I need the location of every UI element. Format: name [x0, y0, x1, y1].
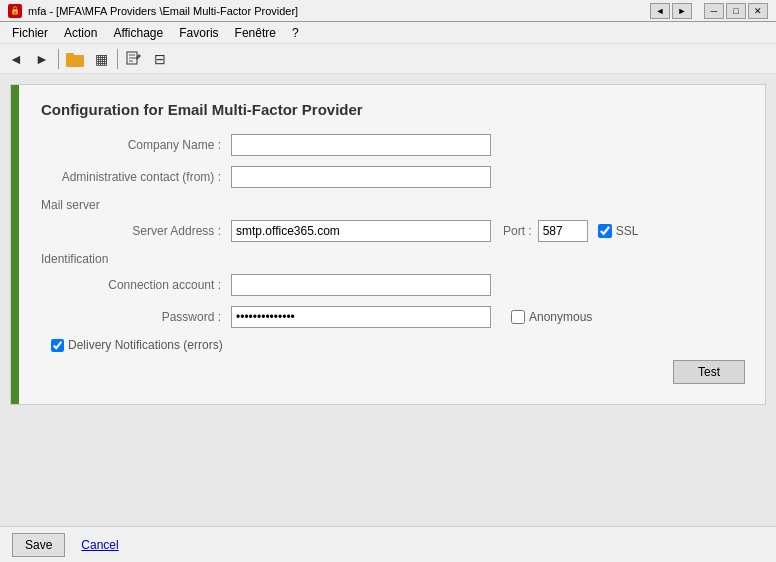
- toolbar-separator-1: [58, 49, 59, 69]
- password-input[interactable]: [231, 306, 491, 328]
- main-content: Configuration for Email Multi-Factor Pro…: [0, 74, 776, 526]
- delivery-notifications-row: Delivery Notifications (errors): [51, 338, 745, 352]
- anonymous-group: Anonymous: [511, 310, 592, 324]
- password-group: Password : Anonymous: [41, 306, 745, 328]
- green-accent-bar: [11, 85, 19, 404]
- title-bar: 🔒 mfa - [MFA\MFA Providers \Email Multi-…: [0, 0, 776, 22]
- toolbar-separator-2: [117, 49, 118, 69]
- ssl-label: SSL: [616, 224, 639, 238]
- anonymous-checkbox[interactable]: [511, 310, 525, 324]
- port-label: Port :: [503, 224, 532, 238]
- app-icon: 🔒: [8, 4, 22, 18]
- company-name-label: Company Name :: [41, 138, 231, 152]
- menu-favoris[interactable]: Favoris: [171, 22, 226, 43]
- tree-button[interactable]: ⊟: [148, 47, 172, 71]
- cancel-button[interactable]: Cancel: [81, 538, 118, 552]
- minimize-btn[interactable]: ─: [704, 3, 724, 19]
- grid-button[interactable]: ▦: [89, 47, 113, 71]
- port-input[interactable]: [538, 220, 588, 242]
- svg-marker-6: [135, 54, 141, 60]
- svg-rect-1: [66, 53, 74, 57]
- connection-account-group: Connection account :: [41, 274, 745, 296]
- menu-fichier[interactable]: Fichier: [4, 22, 56, 43]
- admin-contact-input[interactable]: [231, 166, 491, 188]
- test-button-row: Test: [41, 360, 745, 384]
- anonymous-label: Anonymous: [529, 310, 592, 324]
- delivery-notifications-label: Delivery Notifications (errors): [68, 338, 223, 352]
- bottom-bar: Save Cancel: [0, 526, 776, 562]
- delivery-notifications-checkbox[interactable]: [51, 339, 64, 352]
- form-panel: Configuration for Email Multi-Factor Pro…: [10, 84, 766, 405]
- restore-right-btn[interactable]: ►: [672, 3, 692, 19]
- identification-label: Identification: [41, 252, 745, 266]
- close-btn[interactable]: ✕: [748, 3, 768, 19]
- menu-affichage[interactable]: Affichage: [105, 22, 171, 43]
- edit-icon: [126, 51, 142, 67]
- connection-account-label: Connection account :: [41, 278, 231, 292]
- folder-icon: [66, 51, 84, 67]
- company-name-input[interactable]: [231, 134, 491, 156]
- form-title: Configuration for Email Multi-Factor Pro…: [41, 101, 745, 118]
- title-bar-controls[interactable]: ◄ ► ─ □ ✕: [650, 3, 768, 19]
- restore-left-btn[interactable]: ◄: [650, 3, 670, 19]
- admin-contact-group: Administrative contact (from) :: [41, 166, 745, 188]
- identification-section: Identification Connection account : Pass…: [41, 252, 745, 328]
- menu-action[interactable]: Action: [56, 22, 105, 43]
- password-label: Password :: [41, 310, 231, 324]
- edit-button[interactable]: [122, 47, 146, 71]
- server-address-group: Server Address : Port : SSL: [41, 220, 745, 242]
- maximize-btn[interactable]: □: [726, 3, 746, 19]
- form-body: Configuration for Email Multi-Factor Pro…: [41, 101, 745, 384]
- test-button[interactable]: Test: [673, 360, 745, 384]
- ssl-checkbox[interactable]: [598, 224, 612, 238]
- save-button[interactable]: Save: [12, 533, 65, 557]
- menu-bar: Fichier Action Affichage Favoris Fenêtre…: [0, 22, 776, 44]
- forward-button[interactable]: ►: [30, 47, 54, 71]
- server-address-label: Server Address :: [41, 224, 231, 238]
- folder-button[interactable]: [63, 47, 87, 71]
- ssl-group: SSL: [598, 224, 639, 238]
- server-address-input[interactable]: [231, 220, 491, 242]
- toolbar: ◄ ► ▦ ⊟: [0, 44, 776, 74]
- company-name-group: Company Name :: [41, 134, 745, 156]
- mail-server-section: Mail server Server Address : Port : SSL: [41, 198, 745, 242]
- menu-fenetre[interactable]: Fenêtre: [227, 22, 284, 43]
- back-button[interactable]: ◄: [4, 47, 28, 71]
- window-title: mfa - [MFA\MFA Providers \Email Multi-Fa…: [28, 5, 298, 17]
- connection-account-input[interactable]: [231, 274, 491, 296]
- title-bar-left: 🔒 mfa - [MFA\MFA Providers \Email Multi-…: [8, 4, 298, 18]
- admin-contact-label: Administrative contact (from) :: [41, 170, 231, 184]
- menu-help[interactable]: ?: [284, 22, 307, 43]
- mail-server-label: Mail server: [41, 198, 745, 212]
